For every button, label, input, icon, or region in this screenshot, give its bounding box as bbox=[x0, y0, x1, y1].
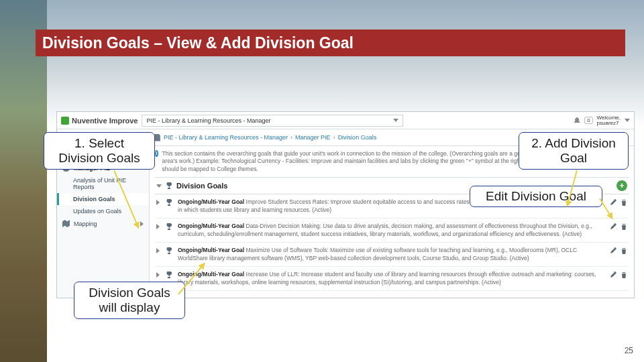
sidebar-label: Mapping bbox=[74, 221, 97, 227]
callout-text: 1. Select Division Goals bbox=[51, 136, 148, 166]
breadcrumb-sep: › bbox=[333, 134, 335, 141]
goal-list: Ongoing/Multi-Year Goal Improve Student … bbox=[155, 194, 629, 291]
goal-text: Ongoing/Multi-Year Goal Maximize Use of … bbox=[178, 247, 606, 262]
section-title: Division Goals bbox=[176, 182, 227, 190]
goal-row[interactable]: Ongoing/Multi-Year Goal Maximize Use of … bbox=[155, 243, 629, 267]
unit-selector-dropdown[interactable]: PIE - Library & Learning Resources - Man… bbox=[142, 115, 403, 127]
chevron-right-icon[interactable] bbox=[156, 272, 162, 278]
goal-text: Ongoing/Multi-Year Goal Increase Use of … bbox=[178, 271, 606, 286]
delete-icon[interactable] bbox=[621, 199, 627, 206]
sidebar-label: Analysis of Unit PIE Reports bbox=[73, 177, 144, 190]
slide-number: 25 bbox=[625, 346, 633, 355]
sidebar-item-updates[interactable]: Updates on Goals bbox=[57, 205, 149, 217]
sidebar-item-division-goals[interactable]: Division Goals bbox=[57, 193, 149, 205]
app-brand: Nuventive Improve bbox=[61, 117, 138, 125]
callout-select: 1. Select Division Goals bbox=[44, 132, 155, 170]
sidebar-label: Updates on Goals bbox=[73, 208, 121, 215]
breadcrumb-section[interactable]: Manager PIE bbox=[295, 134, 331, 141]
chevron-down-icon[interactable] bbox=[156, 184, 162, 188]
slide-title-bar: Division Goals – View & Add Division Goa… bbox=[36, 29, 625, 56]
goal-row-actions bbox=[610, 223, 627, 238]
goal-text: Ongoing/Multi-Year Goal Data-Driven Deci… bbox=[178, 223, 606, 238]
slide-title: Division Goals – View & Add Division Goa… bbox=[42, 34, 354, 52]
delete-icon[interactable] bbox=[621, 223, 627, 230]
trophy-icon bbox=[166, 247, 174, 254]
breadcrumb-unit[interactable]: PIE - Library & Learning Resources - Man… bbox=[164, 134, 288, 141]
goal-row[interactable]: Ongoing/Multi-Year Goal Data-Driven Deci… bbox=[155, 219, 629, 243]
callout-add: 2. Add Division Goal bbox=[519, 132, 629, 170]
edit-icon[interactable] bbox=[610, 272, 616, 278]
brand-name: Nuventive Improve bbox=[72, 117, 138, 125]
brand-logo-icon bbox=[61, 117, 69, 125]
callout-text: 2. Add Division Goal bbox=[526, 136, 621, 166]
chevron-down-icon bbox=[393, 119, 398, 122]
welcome-block[interactable]: Welcome, psuarez7 bbox=[597, 115, 621, 126]
delete-icon[interactable] bbox=[621, 247, 627, 254]
callout-edit: Edit Division Goal bbox=[470, 186, 602, 207]
trophy-icon bbox=[166, 182, 172, 189]
callout-text: Division Goals will display bbox=[81, 286, 178, 315]
trophy-icon bbox=[166, 199, 174, 206]
topbar-right: 0 Welcome, psuarez7 bbox=[574, 115, 630, 126]
edit-icon[interactable] bbox=[610, 199, 616, 206]
add-division-goal-button[interactable]: + bbox=[616, 180, 627, 191]
app-topbar: Nuventive Improve PIE - Library & Learni… bbox=[57, 112, 634, 129]
chevron-right-icon[interactable] bbox=[156, 224, 162, 229]
unit-selector-value: PIE - Library & Learning Resources - Man… bbox=[146, 117, 270, 124]
edit-icon[interactable] bbox=[610, 247, 616, 254]
breadcrumb-sep: › bbox=[290, 134, 292, 141]
breadcrumb-page[interactable]: Division Goals bbox=[338, 134, 377, 141]
sidebar-item-analysis[interactable]: Analysis of Unit PIE Reports bbox=[57, 174, 149, 193]
map-icon bbox=[62, 220, 70, 227]
trophy-icon bbox=[166, 223, 174, 230]
bell-icon[interactable] bbox=[574, 117, 580, 124]
trophy-icon bbox=[166, 272, 174, 278]
goal-row[interactable]: Ongoing/Multi-Year Goal Increase Use of … bbox=[155, 267, 629, 291]
notification-count[interactable]: 0 bbox=[584, 117, 592, 124]
edit-icon[interactable] bbox=[610, 223, 616, 230]
callout-display: Division Goals will display bbox=[74, 282, 185, 319]
chevron-down-icon bbox=[625, 119, 630, 122]
chevron-right-icon[interactable] bbox=[156, 248, 162, 253]
sidebar-label: Division Goals bbox=[73, 196, 115, 202]
slide: Division Goals – View & Add Division Goa… bbox=[0, 0, 644, 362]
welcome-user: psuarez7 bbox=[597, 121, 621, 126]
chevron-right-icon[interactable] bbox=[156, 200, 162, 205]
goal-row-actions bbox=[610, 272, 627, 286]
delete-icon[interactable] bbox=[621, 272, 627, 278]
goal-row-actions bbox=[610, 247, 627, 262]
info-icon: i bbox=[155, 150, 158, 157]
